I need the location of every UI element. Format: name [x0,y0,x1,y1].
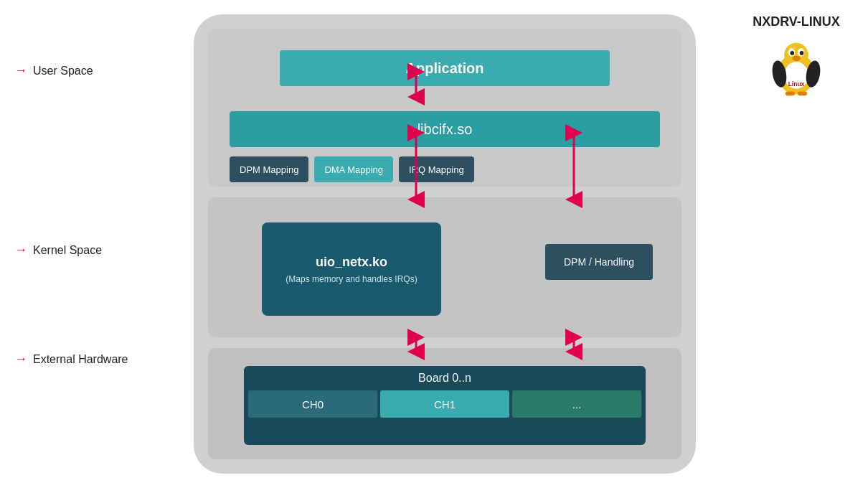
user-space-arrow-icon: → [14,63,27,78]
board-box: Board 0..n CH0 CH1 ... [244,366,646,445]
diagram-area: Application libcifx.so DPM Mapping DMA M… [194,14,696,474]
nxdrv-area: NXDRV-LINUX Linux [739,14,854,100]
linux-logo-icon: Linux [753,40,839,98]
ch1-box: CH1 [380,390,509,418]
external-hardware-label: → External Hardware [14,352,128,367]
svg-rect-15 [786,92,795,96]
libcifx-box: libcifx.so [230,111,660,147]
nxdrv-title: NXDRV-LINUX [739,14,854,29]
svg-text:Linux: Linux [788,80,805,88]
application-box: Application [280,50,610,86]
dpm-mapping-box: DPM Mapping [230,156,308,182]
hardware-section: Board 0..n CH0 CH1 ... [208,348,681,459]
irq-mapping-box: IRQ Mapping [399,156,474,182]
dpm-handling-box: DPM / Handling [545,244,653,280]
mapping-row: DPM Mapping DMA Mapping IRQ Mapping [230,156,474,182]
svg-point-11 [791,51,795,55]
dma-mapping-box: DMA Mapping [314,156,393,182]
kernel-space-section: uio_netx.ko (Maps memory and handles IRQ… [208,197,681,337]
uio-box: uio_netx.ko (Maps memory and handles IRQ… [262,222,441,316]
ch0-box: CH0 [248,390,377,418]
kernel-space-label: → Kernel Space [14,243,102,258]
left-labels: → User Space → Kernel Space → External H… [0,0,194,488]
kernel-space-arrow-icon: → [14,243,27,258]
channel-row: CH0 CH1 ... [248,390,641,418]
user-space-section: Application libcifx.so DPM Mapping DMA M… [208,29,681,187]
external-hardware-arrow-icon: → [14,352,27,367]
svg-point-13 [792,56,800,62]
user-space-label: → User Space [14,63,93,78]
svg-rect-16 [798,92,807,96]
ch-dots-box: ... [512,390,641,418]
svg-point-12 [800,51,804,55]
board-title: Board 0..n [244,366,646,390]
